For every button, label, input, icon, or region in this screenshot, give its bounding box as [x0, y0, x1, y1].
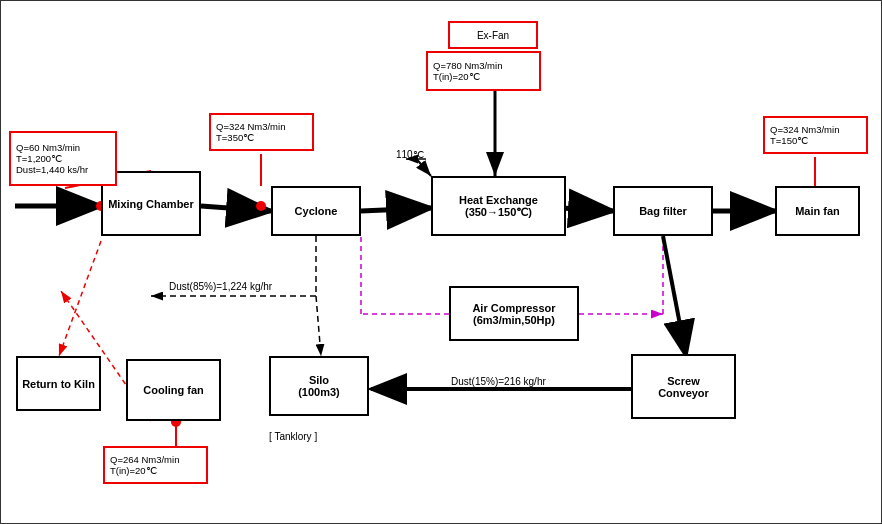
cooling-fan-label: Cooling fan: [143, 384, 204, 396]
cooling-fan-data-line1: Q=264 Nm3/min: [110, 454, 179, 465]
tanklory-label: [ Tanklory ]: [269, 431, 317, 442]
silo-label: Silo(100m3): [298, 374, 340, 398]
bag-filter-label: Bag filter: [639, 205, 687, 217]
inlet2-box: Q=324 Nm3/min T=350℃: [209, 113, 314, 151]
inlet1-line1: Q=60 Nm3/min: [16, 142, 80, 153]
cooling-fan-box: Cooling fan: [126, 359, 221, 421]
svg-line-7: [361, 208, 431, 211]
silo-box: Silo(100m3): [269, 356, 369, 416]
svg-line-8: [561, 208, 613, 211]
return-to-kiln-box: Return to Kiln: [16, 356, 101, 411]
dust15-label: Dust(15%)=216 kg/hr: [451, 376, 546, 387]
return-to-kiln-label: Return to Kiln: [22, 378, 95, 390]
temp-110-label: 110℃: [396, 149, 424, 160]
inlet1-line2: T=1,200℃: [16, 153, 62, 164]
inlet3-line2: T=150℃: [770, 135, 808, 146]
air-compressor-label: Air Compressor(6m3/min,50Hp): [472, 302, 555, 326]
svg-line-21: [316, 296, 321, 356]
heat-exchange-box: Heat Exchange(350→150℃): [431, 176, 566, 236]
dust85-label: Dust(85%)=1,224 kg/hr: [169, 281, 272, 292]
inlet2-line2: T=350℃: [216, 132, 254, 143]
svg-line-30: [59, 241, 101, 356]
main-fan-box: Main fan: [775, 186, 860, 236]
ex-fan-box: Ex-Fan: [448, 21, 538, 49]
cyclone-box: Cyclone: [271, 186, 361, 236]
heat-exchange-label: Heat Exchange(350→150℃): [459, 194, 538, 219]
inlet2-line1: Q=324 Nm3/min: [216, 121, 285, 132]
inlet3-box: Q=324 Nm3/min T=150℃: [763, 116, 868, 154]
ex-fan-data-line2: T(in)=20℃: [433, 71, 480, 82]
inlet1-box: Q=60 Nm3/min T=1,200℃ Dust=1,440 ks/hr: [9, 131, 117, 186]
ex-fan-data-box: Q=780 Nm3/min T(in)=20℃: [426, 51, 541, 91]
screw-conveyor-label: ScrewConveyor: [658, 375, 709, 399]
ex-fan-label: Ex-Fan: [477, 30, 509, 41]
svg-line-6: [201, 206, 271, 211]
process-diagram: Mixing Chamber Cyclone Heat Exchange(350…: [0, 0, 882, 524]
air-compressor-box: Air Compressor(6m3/min,50Hp): [449, 286, 579, 341]
inlet1-line3: Dust=1,440 ks/hr: [16, 164, 88, 175]
ex-fan-data-line1: Q=780 Nm3/min: [433, 60, 502, 71]
svg-point-14: [256, 201, 266, 211]
main-fan-label: Main fan: [795, 205, 840, 217]
svg-line-26: [663, 236, 686, 356]
inlet3-line1: Q=324 Nm3/min: [770, 124, 839, 135]
screw-conveyor-box: ScrewConveyor: [631, 354, 736, 419]
cyclone-label: Cyclone: [295, 205, 338, 217]
mixing-chamber-label: Mixing Chamber: [108, 198, 194, 210]
cooling-fan-data-line2: T(in)=20℃: [110, 465, 157, 476]
bag-filter-box: Bag filter: [613, 186, 713, 236]
cooling-fan-data-box: Q=264 Nm3/min T(in)=20℃: [103, 446, 208, 484]
